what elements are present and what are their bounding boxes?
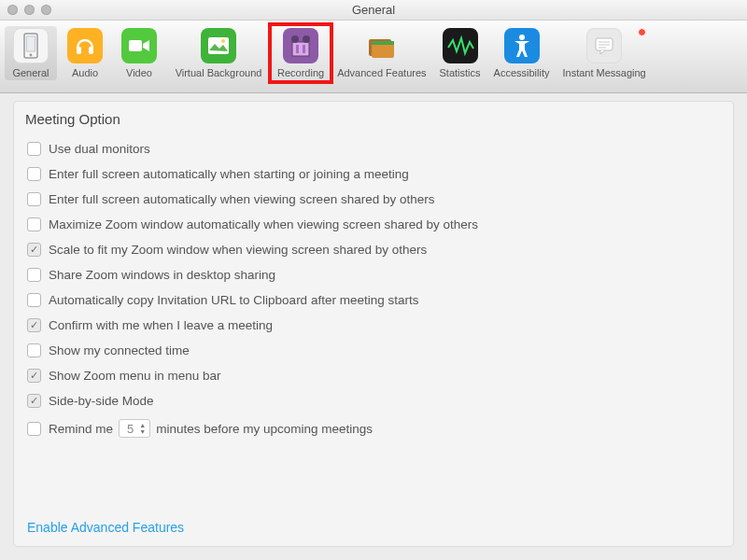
statistics-icon bbox=[443, 28, 478, 63]
tab-accessibility[interactable]: Accessibility bbox=[488, 26, 556, 80]
option-label: Maximize Zoom window automatically when … bbox=[49, 217, 478, 231]
meeting-option-panel: Meeting Option Use dual monitors Enter f… bbox=[13, 101, 734, 547]
option-label: Share Zoom windows in desktop sharing bbox=[49, 268, 275, 282]
tab-statistics[interactable]: Statistics bbox=[434, 26, 486, 80]
option-label: Show Zoom menu in menu bar bbox=[49, 369, 221, 383]
tab-label: Statistics bbox=[440, 67, 481, 78]
svg-rect-9 bbox=[291, 35, 299, 43]
option-fullscreen-start[interactable]: Enter full screen automatically when sta… bbox=[25, 161, 722, 187]
svg-point-7 bbox=[221, 39, 225, 43]
tab-label: Advanced Features bbox=[337, 67, 426, 78]
recording-icon bbox=[283, 28, 318, 63]
checkbox[interactable] bbox=[27, 293, 41, 307]
checkbox[interactable] bbox=[27, 394, 41, 408]
checkbox[interactable] bbox=[27, 243, 41, 257]
tab-label: Virtual Background bbox=[176, 67, 262, 78]
remind-minutes-value: 5 bbox=[127, 422, 134, 436]
checkbox[interactable] bbox=[27, 192, 41, 206]
option-dual-monitors[interactable]: Use dual monitors bbox=[25, 136, 722, 161]
option-label: Confirm with me when I leave a meeting bbox=[49, 318, 273, 332]
section-title: Meeting Option bbox=[25, 111, 722, 127]
checkbox[interactable] bbox=[27, 167, 41, 181]
checkbox[interactable] bbox=[27, 142, 41, 156]
svg-rect-4 bbox=[89, 47, 93, 54]
remind-minutes-stepper[interactable]: 5 ▲▼ bbox=[119, 419, 150, 438]
checkbox[interactable] bbox=[27, 318, 41, 332]
option-label: Use dual monitors bbox=[49, 142, 150, 156]
stepper-arrows-icon[interactable]: ▲▼ bbox=[139, 422, 146, 435]
option-menu-bar[interactable]: Show Zoom menu in menu bar bbox=[25, 363, 722, 388]
option-confirm-leave[interactable]: Confirm with me when I leave a meeting bbox=[25, 313, 722, 338]
content-area: Meeting Option Use dual monitors Enter f… bbox=[0, 93, 747, 560]
checkbox[interactable] bbox=[27, 369, 41, 383]
option-connected-time[interactable]: Show my connected time bbox=[25, 338, 722, 363]
tab-virtual-background[interactable]: Virtual Background bbox=[167, 26, 270, 80]
svg-point-16 bbox=[519, 35, 525, 40]
video-icon bbox=[121, 28, 157, 63]
option-remind-me[interactable]: Remind me 5 ▲▼ minutes before my upcomin… bbox=[25, 413, 722, 443]
checkbox[interactable] bbox=[27, 268, 41, 282]
option-side-by-side[interactable]: Side-by-side Mode bbox=[25, 388, 722, 413]
checkbox[interactable] bbox=[27, 422, 41, 436]
svg-rect-15 bbox=[372, 41, 394, 45]
checkbox[interactable] bbox=[27, 217, 41, 231]
tab-video[interactable]: Video bbox=[113, 26, 165, 80]
svg-rect-5 bbox=[129, 40, 142, 51]
remind-prefix: Remind me bbox=[49, 422, 113, 436]
audio-icon bbox=[67, 28, 103, 63]
tab-advanced-features[interactable]: Advanced Features bbox=[331, 26, 431, 80]
svg-rect-3 bbox=[77, 47, 81, 54]
svg-rect-12 bbox=[303, 45, 305, 53]
tab-general[interactable]: General bbox=[5, 26, 57, 80]
svg-rect-1 bbox=[27, 36, 35, 51]
tab-label: General bbox=[12, 67, 49, 78]
option-scale-fit[interactable]: Scale to fit my Zoom window when viewing… bbox=[25, 237, 722, 262]
enable-advanced-features-link[interactable]: Enable Advanced Features bbox=[27, 520, 184, 535]
option-label: Scale to fit my Zoom window when viewing… bbox=[49, 243, 427, 257]
notification-badge bbox=[638, 28, 646, 36]
option-fullscreen-shared[interactable]: Enter full screen automatically when vie… bbox=[25, 187, 722, 212]
tab-label: Accessibility bbox=[494, 67, 550, 78]
accessibility-icon bbox=[504, 28, 540, 63]
tab-recording[interactable]: Recording bbox=[272, 26, 330, 80]
option-label: Enter full screen automatically when sta… bbox=[49, 167, 409, 181]
messaging-icon bbox=[586, 28, 622, 63]
tab-label: Recording bbox=[277, 67, 324, 78]
tab-label: Instant Messaging bbox=[562, 67, 645, 78]
option-label: Automatically copy Invitation URL to Cli… bbox=[49, 293, 418, 307]
titlebar: General bbox=[0, 0, 747, 21]
advanced-icon bbox=[364, 28, 400, 63]
option-label: Enter full screen automatically when vie… bbox=[49, 192, 434, 206]
svg-rect-8 bbox=[292, 42, 309, 56]
svg-point-2 bbox=[30, 54, 33, 57]
general-icon bbox=[13, 28, 49, 63]
option-share-windows[interactable]: Share Zoom windows in desktop sharing bbox=[25, 262, 722, 287]
option-label: Show my connected time bbox=[49, 343, 190, 357]
tab-label: Video bbox=[126, 67, 152, 78]
option-maximize-shared[interactable]: Maximize Zoom window automatically when … bbox=[25, 212, 722, 237]
checkbox[interactable] bbox=[27, 343, 41, 357]
option-label: Side-by-side Mode bbox=[49, 394, 154, 408]
tab-label: Audio bbox=[72, 67, 98, 78]
svg-rect-10 bbox=[303, 35, 310, 43]
tab-instant-messaging[interactable]: Instant Messaging bbox=[557, 26, 651, 80]
svg-rect-11 bbox=[296, 45, 299, 53]
option-copy-url[interactable]: Automatically copy Invitation URL to Cli… bbox=[25, 287, 722, 313]
virtual-bg-icon bbox=[201, 28, 236, 63]
remind-suffix: minutes before my upcoming meetings bbox=[156, 422, 373, 436]
svg-rect-6 bbox=[208, 37, 229, 54]
preferences-toolbar: General Audio Video Virtual Background R… bbox=[0, 21, 747, 93]
window-title: General bbox=[0, 3, 747, 17]
tab-audio[interactable]: Audio bbox=[59, 26, 111, 80]
